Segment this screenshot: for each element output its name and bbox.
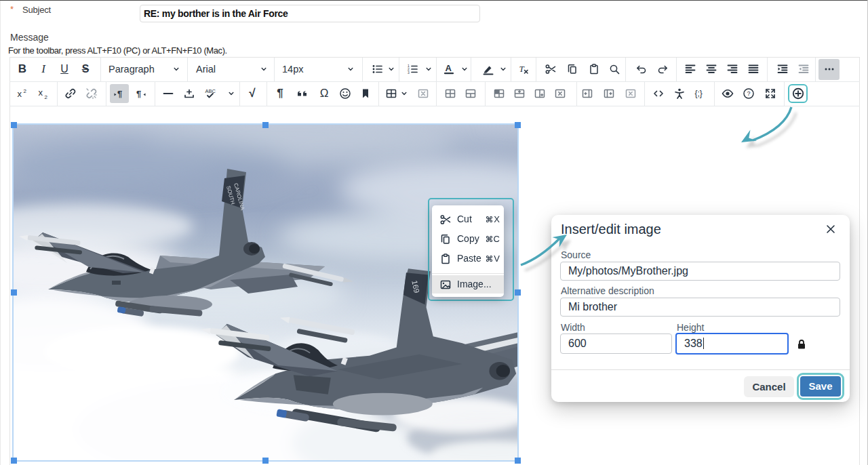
svg-text:T: T [519, 64, 525, 74]
svg-text:?: ? [747, 90, 751, 97]
svg-text:x: x [18, 89, 22, 99]
svg-text:{;}: {;} [695, 89, 703, 98]
svg-text:¶: ¶ [117, 89, 122, 99]
svg-text:A: A [446, 63, 452, 73]
svg-text:3: 3 [408, 70, 410, 75]
svg-text:¶: ¶ [136, 89, 141, 99]
svg-text:ABC: ABC [205, 88, 216, 94]
svg-text:x: x [39, 87, 43, 98]
svg-text:2: 2 [24, 88, 27, 94]
svg-text:2: 2 [45, 94, 48, 100]
